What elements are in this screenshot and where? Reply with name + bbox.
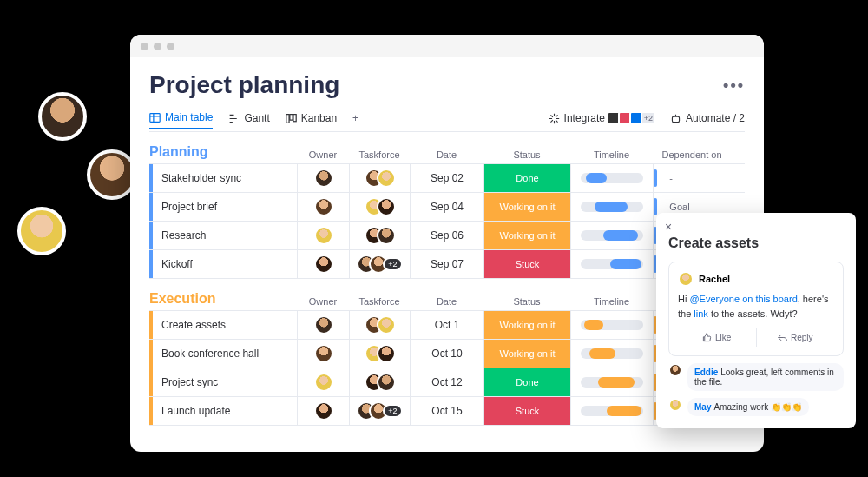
item-name-cell[interactable]: Book conference hall <box>149 340 297 368</box>
date-cell[interactable]: Oct 15 <box>410 397 483 425</box>
timeline-cell[interactable] <box>570 311 653 339</box>
col-status: Status <box>483 149 570 163</box>
date-cell[interactable]: Sep 07 <box>410 250 483 278</box>
owner-avatar <box>314 401 333 421</box>
timeline-cell[interactable] <box>570 193 653 221</box>
table-row[interactable]: Stakeholder syncSep 02Done- <box>149 164 745 193</box>
group-name[interactable]: Execution <box>149 291 297 310</box>
owner-cell[interactable] <box>297 368 349 396</box>
svg-rect-3 <box>293 114 296 121</box>
gantt-icon <box>228 113 240 124</box>
owner-cell[interactable] <box>297 164 349 192</box>
taskforce-avatar <box>377 344 396 363</box>
status-cell[interactable]: Working on it <box>483 193 570 221</box>
close-icon[interactable]: × <box>665 220 672 234</box>
tab-label: Main table <box>165 111 213 123</box>
item-name-cell[interactable]: Create assets <box>149 311 297 339</box>
table-row[interactable]: Project briefSep 04Working on itGoal <box>149 193 745 222</box>
reply-author: Eddie <box>694 368 718 377</box>
taskforce-cell[interactable] <box>349 311 410 339</box>
svg-rect-4 <box>672 116 679 123</box>
item-name-cell[interactable]: Project brief <box>149 193 297 221</box>
owner-cell[interactable] <box>297 250 349 278</box>
col-taskforce: Taskforce <box>349 149 410 163</box>
presence-avatar <box>17 207 66 255</box>
page-title: Project planning <box>149 71 339 99</box>
owner-cell[interactable] <box>297 397 349 425</box>
owner-cell[interactable] <box>297 193 349 221</box>
item-name-cell[interactable]: Stakeholder sync <box>149 164 297 192</box>
robot-icon <box>670 113 681 124</box>
mention[interactable]: @Everyone on this board <box>689 294 797 304</box>
taskforce-avatar <box>377 315 396 335</box>
date-cell[interactable]: Oct 1 <box>410 311 483 339</box>
date-cell[interactable]: Sep 04 <box>410 193 483 221</box>
item-name-cell[interactable]: Research <box>149 222 297 249</box>
status-cell[interactable]: Done <box>483 368 570 396</box>
reply-icon <box>778 333 787 342</box>
status-cell[interactable]: Stuck <box>483 250 570 278</box>
taskforce-cell[interactable] <box>349 164 410 192</box>
view-tabs: Main table Gantt Kanban + Integrate <box>149 111 745 132</box>
owner-cell[interactable] <box>297 340 349 368</box>
date-cell[interactable]: Oct 12 <box>410 368 483 396</box>
comment-body: Hi @Everyone on this board, here's the l… <box>678 292 834 321</box>
owner-avatar <box>314 255 333 274</box>
taskforce-cell[interactable]: +2 <box>349 397 410 425</box>
like-button[interactable]: Like <box>678 328 757 347</box>
integration-chips: +2 <box>609 111 656 125</box>
taskforce-overflow[interactable]: +2 <box>383 257 402 271</box>
item-name-cell[interactable]: Launch update <box>149 397 297 425</box>
tab-gantt[interactable]: Gantt <box>228 112 269 129</box>
integrate-button[interactable]: Integrate +2 <box>549 111 656 129</box>
status-cell[interactable]: Working on it <box>483 311 570 339</box>
owner-cell[interactable] <box>297 222 349 249</box>
timeline-cell[interactable] <box>570 222 653 249</box>
date-cell[interactable]: Sep 06 <box>410 222 483 249</box>
taskforce-cell[interactable] <box>349 222 410 249</box>
comment-link[interactable]: link <box>694 308 708 319</box>
tab-label: Kanban <box>301 112 337 124</box>
timeline-cell[interactable] <box>570 250 653 278</box>
integration-overflow[interactable]: +2 <box>641 111 656 125</box>
timeline-cell[interactable] <box>570 340 653 368</box>
taskforce-avatar <box>377 197 396 216</box>
reply-avatar <box>668 363 682 377</box>
reply-avatar <box>668 398 682 412</box>
owner-cell[interactable] <box>297 311 349 339</box>
timeline-cell[interactable] <box>570 397 653 425</box>
tab-main-table[interactable]: Main table <box>149 111 213 129</box>
svg-rect-2 <box>290 114 293 120</box>
col-owner: Owner <box>297 296 349 310</box>
dependent-cell[interactable]: - <box>653 164 731 192</box>
integrate-icon <box>549 113 560 124</box>
status-cell[interactable]: Working on it <box>483 340 570 368</box>
date-cell[interactable]: Sep 02 <box>410 164 483 192</box>
col-owner: Owner <box>297 149 349 163</box>
owner-avatar <box>314 169 333 188</box>
item-name-cell[interactable]: Kickoff <box>149 250 297 278</box>
automate-button[interactable]: Automate / 2 <box>670 112 745 129</box>
status-cell[interactable]: Stuck <box>483 397 570 425</box>
reply-bubble: EddieLooks great, left comments in the f… <box>687 363 844 391</box>
taskforce-cell[interactable] <box>349 193 410 221</box>
comment-author-avatar <box>678 271 694 287</box>
comments-title: Create assets <box>668 235 844 251</box>
status-cell[interactable]: Done <box>483 164 570 192</box>
taskforce-cell[interactable] <box>349 368 410 396</box>
item-name-cell[interactable]: Project sync <box>149 368 297 396</box>
automate-label: Automate / 2 <box>686 112 745 124</box>
more-menu-icon[interactable]: ••• <box>723 76 745 95</box>
taskforce-overflow[interactable]: +2 <box>383 404 402 418</box>
taskforce-cell[interactable]: +2 <box>349 250 410 278</box>
timeline-cell[interactable] <box>570 368 653 396</box>
taskforce-avatar <box>377 226 396 245</box>
tab-kanban[interactable]: Kanban <box>286 112 337 129</box>
group-name[interactable]: Planning <box>149 144 297 163</box>
status-cell[interactable]: Working on it <box>483 222 570 249</box>
date-cell[interactable]: Oct 10 <box>410 340 483 368</box>
add-view-button[interactable]: + <box>352 112 358 129</box>
timeline-cell[interactable] <box>570 164 653 192</box>
reply-button[interactable]: Reply <box>757 328 835 347</box>
taskforce-cell[interactable] <box>349 340 410 368</box>
